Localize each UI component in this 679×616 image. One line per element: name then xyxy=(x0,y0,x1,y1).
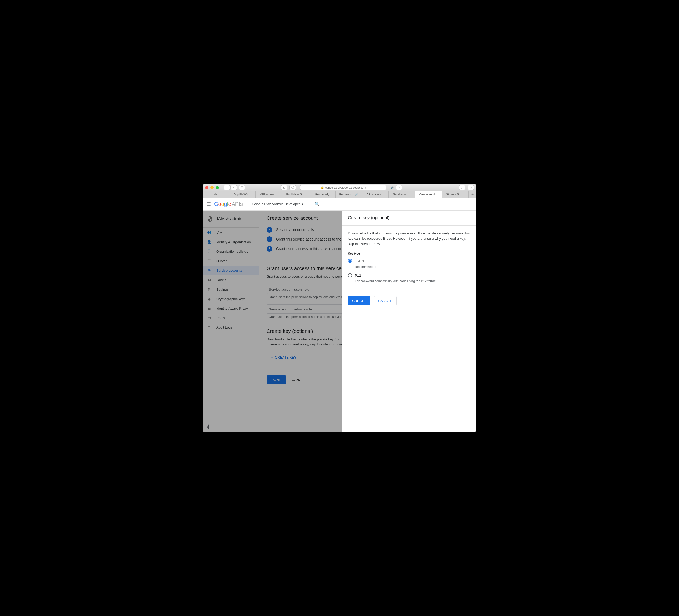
forward-button[interactable]: › xyxy=(230,185,237,190)
radio-help-text: For backward compatibility with code usi… xyxy=(355,279,471,284)
key-type-label: Key type xyxy=(348,251,471,256)
dialog-title: Create key (optional) xyxy=(342,211,477,225)
browser-tab[interactable]: Create servi… xyxy=(415,191,442,197)
address-bar[interactable]: 🔒 console.developers.google.com xyxy=(300,185,386,190)
menu-icon[interactable]: ☰ xyxy=(207,201,211,207)
close-icon[interactable] xyxy=(205,186,208,189)
browser-tab[interactable]: Grammarly xyxy=(309,191,335,197)
modal-overlay: Create key (optional) Download a file th… xyxy=(202,211,477,432)
project-selector[interactable]: ⠿ Google Play Android Developer ▾ xyxy=(248,202,303,206)
info-button[interactable]: ⓘ xyxy=(289,185,296,190)
dialog-create-button[interactable]: CREATE xyxy=(348,296,370,305)
browser-tab[interactable]: Publish to G… xyxy=(282,191,309,197)
titlebar: ‹ › ☐ ◐ ⓘ 🔒 console.developers.google.co… xyxy=(202,184,477,191)
radio-icon xyxy=(348,273,352,277)
tab-strip: deBug 59400:…API access…Publish to G…Gra… xyxy=(202,191,477,198)
url-text: console.developers.google.com xyxy=(325,186,366,189)
radio-icon xyxy=(348,259,352,263)
browser-tab[interactable]: API access… xyxy=(256,191,282,197)
browser-tab[interactable]: de xyxy=(202,191,229,197)
maximize-icon[interactable] xyxy=(216,186,219,189)
browser-tab[interactable]: Stores · Sm… xyxy=(442,191,468,197)
tabs-button[interactable]: ⧉ xyxy=(467,185,474,190)
lock-icon: 🔒 xyxy=(321,186,324,189)
audio-icon: 🔊 xyxy=(355,193,358,196)
minimize-icon[interactable] xyxy=(211,186,214,189)
browser-tab[interactable]: Fragmen…🔊 xyxy=(335,191,362,197)
dialog-cancel-button[interactable]: CANCEL xyxy=(374,296,397,305)
extension-button[interactable]: ◐ xyxy=(281,185,287,190)
sidebar-toggle-button[interactable]: ☐ xyxy=(239,185,245,190)
radio-label: JSON xyxy=(355,258,364,264)
google-apis-logo: GoogleAPIs xyxy=(214,201,243,207)
browser-window: ‹ › ☐ ◐ ⓘ 🔒 console.developers.google.co… xyxy=(202,184,477,432)
audio-icon: 🔊 xyxy=(391,186,394,189)
project-name: Google Play Android Developer xyxy=(252,202,300,206)
share-button[interactable]: ⤴ xyxy=(459,185,465,190)
chevron-down-icon: ▾ xyxy=(301,202,303,206)
radio-label: P12 xyxy=(355,273,361,278)
create-key-dialog: Create key (optional) Download a file th… xyxy=(342,211,477,432)
new-tab-button[interactable]: + xyxy=(468,191,477,197)
search-icon[interactable]: 🔍 xyxy=(315,202,320,206)
radio-help-text: Recommended xyxy=(355,265,471,270)
back-button[interactable]: ‹ xyxy=(224,185,230,190)
dialog-description: Download a file that contains the privat… xyxy=(348,231,471,247)
key-type-option[interactable]: P12 xyxy=(348,273,471,278)
app-header: ☰ GoogleAPIs ⠿ Google Play Android Devel… xyxy=(202,198,477,211)
browser-tab[interactable]: API access… xyxy=(362,191,389,197)
reload-button[interactable]: ⟳ xyxy=(396,185,402,190)
browser-tab[interactable]: Bug 59400:… xyxy=(229,191,256,197)
project-icon: ⠿ xyxy=(248,202,251,206)
key-type-option[interactable]: JSON xyxy=(348,258,471,264)
browser-tab[interactable]: Service acc… xyxy=(389,191,415,197)
